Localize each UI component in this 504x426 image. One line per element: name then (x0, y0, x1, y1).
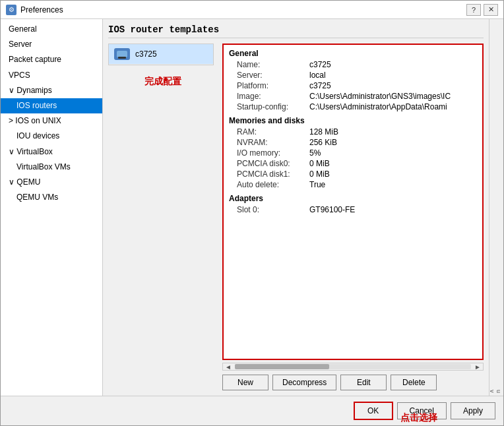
preferences-window: ⚙ Preferences ? ✕ GeneralServerPacket ca… (0, 0, 504, 426)
detail-label: RAM: (237, 127, 309, 137)
router-panel: c3725 完成配置 GeneralName:c3725Server:local… (108, 44, 484, 390)
detail-row: Platform:c3725 (226, 80, 480, 91)
router-list: c3725 (108, 44, 214, 65)
sidebar-item-vpcs[interactable]: VPCS (1, 68, 102, 83)
delete-button[interactable]: Delete (391, 375, 437, 390)
apply-button[interactable]: Apply (451, 402, 495, 419)
right-extra-text-u: uv (491, 390, 502, 393)
detail-label: Startup-config: (237, 102, 309, 111)
detail-row: Server:local (226, 70, 480, 80)
detail-value: local (309, 71, 477, 80)
memories-and-disks-section: Memories and disksRAM:128 MiBNVRAM:256 K… (226, 115, 480, 190)
detail-value: GT96100-FE (309, 205, 477, 214)
sidebar-item-ios-routers[interactable]: IOS routers (1, 98, 102, 113)
detail-row: PCMCIA disk0:0 MiB (226, 158, 480, 169)
content-area: GeneralServerPacket captureVPCS∨ Dynamip… (1, 19, 503, 396)
complete-config-text: 完成配置 (108, 65, 217, 98)
action-buttons: New Decompress Edit Delete (222, 375, 484, 390)
detail-row: PCMCIA disk1:0 MiB (226, 169, 480, 179)
general-section: GeneralName:c3725Server:localPlatform:c3… (226, 47, 480, 112)
detail-label: Auto delete: (237, 180, 309, 189)
sidebar: GeneralServerPacket captureVPCS∨ Dynamip… (1, 19, 103, 396)
section-heading: General (226, 47, 480, 59)
new-button[interactable]: New (222, 375, 268, 390)
router-item-label: c3725 (135, 49, 157, 59)
section-title: IOS router templates (108, 24, 484, 38)
detail-value: C:\Users\Administrator\AppData\Roami (309, 102, 477, 111)
detail-value: 256 KiB (309, 138, 477, 147)
main-area: IOS router templates c3725 完成配置 GeneralN… (103, 19, 489, 396)
edit-button[interactable]: Edit (340, 375, 387, 390)
sidebar-item-qemu[interactable]: ∨ QEMU (1, 175, 102, 190)
detail-label: Platform: (237, 81, 309, 90)
detail-label: Server: (237, 71, 309, 80)
detail-value: True (309, 180, 477, 189)
ok-button[interactable]: OK (354, 402, 393, 420)
detail-label: Image: (237, 92, 309, 101)
detail-value: 0 MiB (309, 169, 477, 179)
detail-value: 5% (309, 148, 477, 158)
detail-value: 0 MiB (309, 159, 477, 168)
horizontal-scrollbar[interactable]: ◄ ► (222, 363, 484, 371)
detail-label: NVRAM: (237, 138, 309, 147)
detail-label: PCMCIA disk0: (237, 159, 309, 168)
decompress-button[interactable]: Decompress (272, 375, 336, 390)
detail-value: 128 MiB (309, 127, 477, 137)
close-button[interactable]: ✕ (484, 4, 498, 16)
detail-label: Slot 0: (237, 205, 309, 214)
router-list-item[interactable]: c3725 (109, 44, 213, 65)
detail-row: Auto delete:True (226, 179, 480, 190)
sidebar-item-qemu-vms[interactable]: QEMU VMs (1, 190, 102, 205)
details-panel: GeneralName:c3725Server:localPlatform:c3… (222, 44, 484, 360)
section-heading: Adapters (226, 193, 480, 204)
scrollbar-track (235, 364, 471, 369)
app-icon: ⚙ (6, 5, 16, 15)
detail-row: I/O memory:5% (226, 148, 480, 158)
right-extra-panel: uv (489, 19, 503, 396)
help-button[interactable]: ? (466, 4, 481, 16)
detail-row: Image:C:\Users\Administrator\GNS3\images… (226, 91, 480, 102)
detail-label: Name: (237, 60, 309, 69)
detail-row: Slot 0:GT96100-FE (226, 204, 480, 215)
sidebar-item-virtualbox-vms[interactable]: VirtualBox VMs (1, 160, 102, 175)
click-hint-text: 点击选择 (400, 412, 437, 424)
detail-row: NVRAM:256 KiB (226, 137, 480, 148)
sidebar-item-general[interactable]: General (1, 22, 102, 37)
sidebar-item-virtualbox[interactable]: ∨ VirtualBox (1, 144, 102, 160)
detail-value: c3725 (309, 81, 477, 90)
sidebar-item-server[interactable]: Server (1, 37, 102, 52)
sidebar-item-ios-on-unix[interactable]: > IOS on UNIX (1, 113, 102, 129)
detail-value: c3725 (309, 60, 477, 69)
detail-row: RAM:128 MiB (226, 127, 480, 137)
sidebar-item-packet-capture[interactable]: Packet capture (1, 52, 102, 67)
detail-label: I/O memory: (237, 148, 309, 158)
title-bar-buttons: ? ✕ (466, 4, 498, 16)
detail-row: Startup-config:C:\Users\Administrator\Ap… (226, 102, 480, 112)
detail-value: C:\Users\Administrator\GNS3\images\IC (309, 92, 477, 101)
section-heading: Memories and disks (226, 115, 480, 127)
bottom-bar: 点击选择 OK Cancel Apply (1, 396, 503, 425)
router-icon (114, 48, 130, 60)
adapters-section: AdaptersSlot 0:GT96100-FE (226, 193, 480, 215)
sidebar-item-dynamips[interactable]: ∨ Dynamips (1, 83, 102, 98)
detail-row: Name:c3725 (226, 59, 480, 70)
sidebar-item-iou-devices[interactable]: IOU devices (1, 129, 102, 144)
detail-label: PCMCIA disk1: (237, 169, 309, 179)
title-bar: ⚙ Preferences ? ✕ (1, 1, 503, 19)
window-title: Preferences (20, 5, 466, 15)
scrollbar-thumb (235, 364, 329, 369)
